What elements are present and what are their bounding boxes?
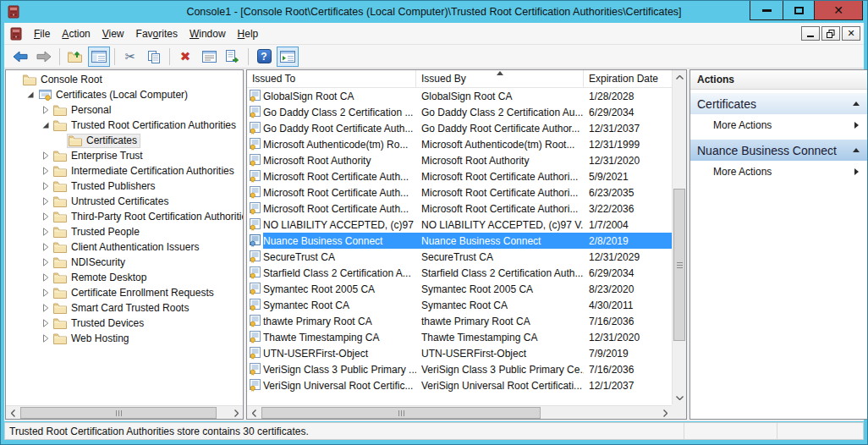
- certificate-row-nuance-business-connect[interactable]: Nuance Business ConnectNuance Business C…: [247, 233, 672, 249]
- scroll-left-icon[interactable]: [247, 406, 261, 420]
- maximize-button[interactable]: [783, 1, 815, 20]
- scroll-right-icon[interactable]: [229, 406, 243, 420]
- list-horizontal-scrollbar[interactable]: [247, 405, 672, 419]
- actions-section-header-nuance-business-connect[interactable]: Nuance Business Connect: [690, 140, 867, 161]
- certificate-row-thawte-timestamping-ca[interactable]: Thawte Timestamping CAThawte Timestampin…: [247, 329, 672, 345]
- certificate-row-go-daddy-class-2-certification[interactable]: Go Daddy Class 2 Certification ...Go Dad…: [247, 104, 672, 120]
- child-minimize-button[interactable]: [801, 26, 820, 41]
- tree-item-intermediate-certification-authorities[interactable]: Intermediate Certification Authorities: [6, 163, 243, 179]
- menu-view[interactable]: View: [96, 25, 130, 43]
- more-actions-item[interactable]: More Actions: [690, 114, 867, 136]
- tree-item-remote-desktop[interactable]: Remote Desktop: [6, 270, 243, 285]
- scrollbar-thumb[interactable]: [673, 189, 685, 341]
- back-button[interactable]: [9, 47, 31, 67]
- collapse-section-icon[interactable]: [853, 102, 860, 106]
- column-header-expiration-date[interactable]: Expiration Date: [584, 70, 672, 87]
- tree-item-personal[interactable]: Personal: [6, 102, 243, 118]
- mmc-child-icon[interactable]: [9, 27, 23, 41]
- tree-item-ndisecurity[interactable]: NDISecurity: [6, 255, 243, 270]
- scrollbar-thumb[interactable]: [261, 407, 541, 419]
- tree-item-enterprise-trust[interactable]: Enterprise Trust: [6, 148, 243, 163]
- scroll-down-icon[interactable]: [673, 391, 686, 404]
- expand-icon[interactable]: [40, 332, 52, 344]
- tree-item-certificate-enrollment-requests[interactable]: Certificate Enrollment Requests: [6, 285, 243, 300]
- expand-icon[interactable]: [40, 165, 52, 177]
- child-close-button[interactable]: ✕: [842, 26, 860, 41]
- collapse-section-icon[interactable]: [853, 148, 860, 152]
- menu-help[interactable]: Help: [232, 25, 265, 43]
- expand-icon[interactable]: [40, 241, 52, 253]
- tree-item-certificates-local-computer[interactable]: Certificates (Local Computer): [6, 87, 243, 102]
- expand-icon[interactable]: [40, 195, 52, 207]
- tree-item-third-party-root-certification-authorities[interactable]: Third-Party Root Certification Authoriti…: [6, 209, 243, 224]
- tree-item-smart-card-trusted-roots[interactable]: Smart Card Trusted Roots: [6, 300, 243, 316]
- expand-icon[interactable]: [40, 180, 52, 192]
- column-header-issued-to[interactable]: Issued To: [247, 70, 416, 87]
- expand-icon[interactable]: [40, 287, 52, 299]
- tree-item-trusted-publishers[interactable]: Trusted Publishers: [6, 179, 243, 194]
- folder-icon: [53, 150, 68, 162]
- close-button[interactable]: ✕: [815, 1, 863, 20]
- certificate-row-starfield-class-2-certification-a[interactable]: Starfield Class 2 Certification A...Star…: [247, 265, 672, 281]
- tree-item-trusted-root-certification-authorities[interactable]: Trusted Root Certification Authorities: [6, 118, 243, 133]
- scroll-up-icon[interactable]: [673, 70, 686, 84]
- expand-icon[interactable]: [40, 150, 52, 162]
- certificate-row-microsoft-root-certificate-auth[interactable]: Microsoft Root Certificate Auth...Micros…: [247, 184, 672, 201]
- menu-action[interactable]: Action: [56, 25, 96, 43]
- certificate-row-microsoft-root-certificate-auth[interactable]: Microsoft Root Certificate Auth...Micros…: [247, 201, 672, 217]
- more-actions-item[interactable]: More Actions: [690, 161, 867, 183]
- cell-issued-to: Microsoft Root Certificate Auth...: [263, 203, 416, 215]
- certificate-row-microsoft-authenticode-tm-ro[interactable]: Microsoft Authenticode(tm) Ro...Microsof…: [247, 136, 672, 152]
- certificate-row-verisign-universal-root-certific[interactable]: VeriSign Universal Root Certific...VeriS…: [247, 377, 672, 393]
- certificate-row-microsoft-root-certificate-auth[interactable]: Microsoft Root Certificate Auth...Micros…: [247, 168, 672, 184]
- scroll-right-icon[interactable]: [658, 406, 672, 420]
- expand-icon[interactable]: [40, 104, 52, 116]
- show-console-tree-button[interactable]: [88, 47, 110, 67]
- scrollbar-thumb[interactable]: [20, 407, 217, 419]
- tree-item-trusted-people[interactable]: Trusted People: [6, 224, 243, 239]
- tree-item-trusted-devices[interactable]: Trusted Devices: [6, 316, 243, 331]
- actions-section-header-certificates[interactable]: Certificates: [690, 93, 867, 114]
- expand-icon[interactable]: [40, 317, 52, 329]
- certificate-row-verisign-class-3-public-primary[interactable]: VeriSign Class 3 Public Primary ...VeriS…: [247, 361, 672, 377]
- tree-item-web-hosting[interactable]: Web Hosting: [6, 331, 243, 346]
- tree-item-console-root[interactable]: Console Root: [6, 72, 243, 87]
- help-button[interactable]: ?: [253, 47, 275, 67]
- child-restore-button[interactable]: [821, 26, 840, 41]
- minimize-button[interactable]: [750, 1, 783, 20]
- certificate-row-thawte-primary-root-ca[interactable]: thawte Primary Root CAthawte Primary Roo…: [247, 313, 672, 329]
- tree-item-certificates[interactable]: Certificates: [6, 133, 243, 148]
- certificate-row-microsoft-root-authority[interactable]: Microsoft Root AuthorityMicrosoft Root A…: [247, 152, 672, 168]
- menu-window[interactable]: Window: [184, 25, 232, 43]
- certificate-row-globalsign-root-ca[interactable]: GlobalSign Root CAGlobalSign Root CA1/28…: [247, 88, 672, 104]
- forward-button[interactable]: [33, 47, 55, 67]
- delete-button[interactable]: ✖: [174, 47, 196, 67]
- expand-icon[interactable]: [40, 226, 52, 238]
- tree-item-untrusted-certificates[interactable]: Untrusted Certificates: [6, 194, 243, 209]
- copy-button[interactable]: [143, 47, 165, 67]
- menu-file[interactable]: File: [28, 25, 56, 43]
- up-one-level-button[interactable]: [64, 47, 86, 67]
- export-list-button[interactable]: [222, 47, 244, 67]
- expand-icon[interactable]: [40, 256, 52, 268]
- collapse-icon[interactable]: [25, 89, 36, 101]
- certificate-row-symantec-root-ca[interactable]: Symantec Root CASymantec Root CA4/30/201…: [247, 297, 672, 313]
- show-action-pane-button[interactable]: [277, 47, 299, 67]
- certificate-row-utn-userfirst-object[interactable]: UTN-USERFirst-ObjectUTN-USERFirst-Object…: [247, 345, 672, 361]
- certificate-row-symantec-root-2005-ca[interactable]: Symantec Root 2005 CASymantec Root 2005 …: [247, 281, 672, 297]
- tree-item-client-authentication-issuers[interactable]: Client Authentication Issuers: [6, 239, 243, 255]
- menu-favorites[interactable]: Favorites: [130, 25, 184, 43]
- list-vertical-scrollbar[interactable]: [672, 70, 686, 404]
- expand-icon[interactable]: [40, 302, 52, 314]
- cut-button[interactable]: ✂: [119, 47, 141, 67]
- certificate-row-go-daddy-root-certificate-auth[interactable]: Go Daddy Root Certificate Auth...Go Dadd…: [247, 120, 672, 136]
- certificate-row-securetrust-ca[interactable]: SecureTrust CASecureTrust CA12/31/2029: [247, 249, 672, 265]
- expand-icon[interactable]: [40, 272, 52, 283]
- properties-button[interactable]: [198, 47, 220, 67]
- column-header-issued-by[interactable]: Issued By: [416, 70, 584, 87]
- tree-horizontal-scrollbar[interactable]: [6, 405, 243, 419]
- collapse-icon[interactable]: [40, 119, 52, 131]
- certificate-row-no-liability-accepted-c-97[interactable]: NO LIABILITY ACCEPTED, (c)97 ...NO LIABI…: [247, 217, 672, 233]
- scroll-left-icon[interactable]: [6, 406, 19, 420]
- expand-icon[interactable]: [40, 211, 52, 222]
